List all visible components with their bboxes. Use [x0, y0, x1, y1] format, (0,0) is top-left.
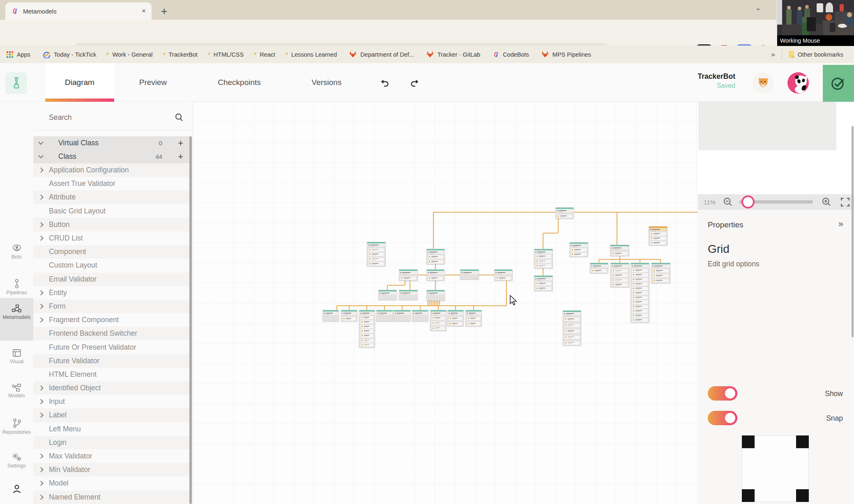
palette-item-entity[interactable]: Entity: [33, 286, 191, 300]
diagram-node[interactable]: [430, 310, 447, 331]
zoom-slider-thumb[interactable]: [741, 195, 755, 208]
diagram-node[interactable]: [534, 275, 553, 291]
bookmark-tracker-gitlab[interactable]: Tracker · GitLab: [426, 51, 480, 58]
palette-item-basic-grid-layout[interactable]: Basic Grid Layout: [33, 204, 191, 218]
show-grid-toggle[interactable]: [708, 386, 737, 401]
diagram-node[interactable]: [534, 249, 553, 268]
palette-group-virtual-class[interactable]: Virtual Class0+: [33, 136, 191, 150]
new-tab-button[interactable]: +: [161, 5, 167, 18]
diagram-node[interactable]: [426, 290, 445, 301]
palette-item-label[interactable]: Label: [33, 408, 191, 422]
chevron-down-icon[interactable]: [38, 153, 44, 158]
palette-item-identified-object[interactable]: Identified Object: [33, 381, 191, 395]
chevron-right-icon[interactable]: [38, 495, 44, 500]
search-input[interactable]: Search: [49, 113, 71, 122]
diagram-node[interactable]: [569, 242, 588, 257]
zoom-in-icon[interactable]: [821, 197, 832, 208]
diagram-node[interactable]: [394, 310, 411, 321]
codebots-logo[interactable]: [5, 72, 27, 94]
fullscreen-icon[interactable]: [840, 197, 850, 207]
palette-group-class[interactable]: Class44+: [33, 150, 191, 163]
tab-close-icon[interactable]: ×: [142, 7, 146, 15]
snap-grid-toggle[interactable]: [708, 411, 737, 425]
zoom-out-icon[interactable]: [723, 197, 734, 208]
sidebar-item-settings[interactable]: Settings: [0, 452, 33, 469]
tab-preview[interactable]: Preview: [123, 63, 183, 102]
palette-item-form[interactable]: Form: [33, 300, 191, 313]
diagram-node[interactable]: [359, 310, 375, 348]
tab-versions[interactable]: Versions: [294, 63, 359, 102]
diagram-node[interactable]: [426, 249, 445, 264]
bookmark-mps-pipelines[interactable]: MPS Pipelines: [541, 51, 591, 58]
user-avatar[interactable]: [787, 72, 809, 94]
bookmark-react[interactable]: React: [256, 51, 275, 58]
palette-item-future-or-present-validator[interactable]: Future Or Present Validator: [33, 340, 191, 354]
diagram-node[interactable]: [367, 242, 386, 266]
diagram-node[interactable]: [610, 245, 629, 256]
panel-collapse-icon[interactable]: »: [838, 219, 843, 229]
diagram-node[interactable]: [378, 290, 397, 300]
bot-avatar[interactable]: [753, 72, 774, 94]
chevron-right-icon[interactable]: [38, 481, 44, 486]
chevron-down-icon[interactable]: [38, 140, 44, 145]
tab-diagram[interactable]: Diagram: [45, 63, 114, 102]
bookmark-codebots[interactable]: CodeBots: [493, 51, 529, 58]
palette-item-custom-layout[interactable]: Custom Layout: [33, 259, 191, 272]
palette-item-left-menu[interactable]: Left Menu: [33, 422, 191, 436]
diagram-node[interactable]: [376, 310, 393, 321]
diagram-node[interactable]: [563, 310, 581, 346]
palette-item-login[interactable]: Login: [33, 436, 191, 449]
chevron-right-icon[interactable]: [38, 304, 44, 309]
palette-item-assert-true-validator[interactable]: Assert True Validator: [33, 177, 191, 190]
palette-item-max-validator[interactable]: Max Validator: [33, 449, 191, 463]
diagram-node[interactable]: [460, 269, 479, 279]
chevron-right-icon[interactable]: [38, 222, 44, 227]
chevron-right-icon[interactable]: [38, 467, 44, 472]
chevron-right-icon[interactable]: [38, 317, 44, 323]
diagram-node[interactable]: [322, 310, 339, 321]
saved-check-button[interactable]: [823, 65, 854, 102]
bookmark-department-of-def-[interactable]: Department of Def...: [349, 51, 414, 58]
palette-item-component[interactable]: Component: [33, 245, 191, 259]
diagram-node[interactable]: [555, 207, 574, 219]
palette-scrollbar[interactable]: [189, 136, 192, 504]
bookmark-work-general[interactable]: Work - General: [108, 51, 152, 58]
palette-item-model[interactable]: Model: [33, 477, 191, 490]
bookmark-html-css[interactable]: HTML/CSS: [210, 51, 244, 58]
other-bookmarks-button[interactable]: Other bookmarks: [789, 51, 843, 58]
tab-checkpoints[interactable]: Checkpoints: [205, 63, 273, 102]
chevron-right-icon[interactable]: [38, 413, 44, 418]
diagram-canvas[interactable]: [193, 102, 698, 504]
browser-tab[interactable]: Metamodels ×: [5, 2, 152, 20]
properties-scrollbar[interactable]: [852, 126, 854, 337]
chevron-right-icon[interactable]: [38, 290, 44, 296]
sidebar-item-metamodels[interactable]: Metamodels: [0, 298, 33, 341]
chevron-right-icon[interactable]: [38, 399, 44, 404]
bookmarks-overflow-icon[interactable]: »: [771, 50, 775, 59]
diagram-node[interactable]: [465, 310, 482, 326]
add-button[interactable]: +: [178, 151, 183, 162]
diagram-node[interactable]: [412, 310, 428, 321]
sidebar-item-bots[interactable]: Bots: [0, 243, 33, 260]
diagram-node[interactable]: [426, 269, 444, 281]
undo-button[interactable]: [379, 77, 390, 89]
add-button[interactable]: +: [178, 138, 183, 149]
profile-button[interactable]: [0, 483, 33, 494]
diagram-node[interactable]: [399, 290, 418, 300]
bookmark-apps[interactable]: Apps: [7, 51, 30, 58]
sidebar-item-repositories[interactable]: Repositories: [0, 418, 33, 435]
bookmark-today-ticktick[interactable]: Today - TickTick: [43, 51, 96, 58]
diagram-node[interactable]: [494, 269, 513, 281]
sidebar-item-pipelines[interactable]: Pipelines: [0, 278, 33, 296]
diagram-node[interactable]: [341, 310, 357, 321]
diagram-node[interactable]: [447, 310, 464, 326]
chevron-right-icon[interactable]: [38, 167, 44, 173]
diagram-node[interactable]: [610, 263, 629, 287]
diagram-node[interactable]: [649, 226, 668, 245]
palette-item-email-validator[interactable]: Email Validator: [33, 273, 191, 286]
palette-item-named-element[interactable]: Named Element: [33, 490, 191, 504]
palette-item-html-element[interactable]: HTML Element: [33, 368, 191, 381]
diagram-node[interactable]: [651, 263, 670, 283]
palette-item-frontend-backend-switcher[interactable]: Frontend Backend Switcher: [33, 327, 191, 340]
diagram-node[interactable]: [631, 263, 649, 323]
